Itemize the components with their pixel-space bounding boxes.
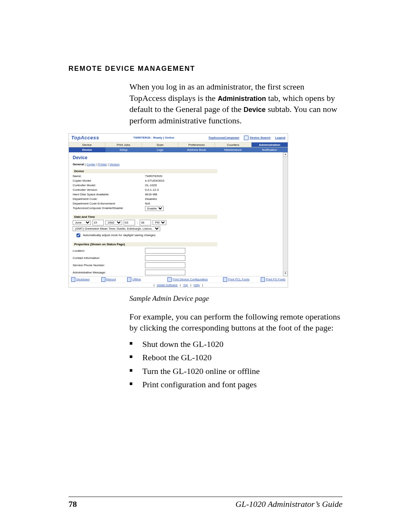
device-search-group: Device Search (244, 136, 271, 140)
subtab-maintenance[interactable]: Maintenance (215, 147, 251, 152)
location-label: Location: (73, 249, 145, 252)
row-dept-enforce: Department Code Enforcement:N/A (73, 201, 284, 206)
figure-caption: Sample Admin Device page (129, 294, 342, 303)
list-item: Print configuration and font pages (129, 378, 342, 391)
shutdown-icon (71, 277, 75, 282)
print-ps-icon (261, 277, 265, 282)
section-heading: REMOTE DEVICE MANAGEMENT (68, 65, 342, 73)
link-logout[interactable]: Logout (275, 136, 285, 139)
shutdown-button[interactable]: Shutdown (71, 277, 90, 282)
print-config-icon (167, 277, 172, 282)
link-top[interactable]: Top (182, 283, 190, 287)
list-item: Reboot the GL-1020 (129, 351, 342, 364)
subtab-notification[interactable]: Notification (251, 147, 288, 152)
daylight-label: Automatically adjust clock for daylight … (83, 233, 156, 237)
daylight-row: Automatically adjust clock for daylight … (75, 232, 284, 238)
row-name: Name:TWRITER20 (73, 174, 284, 179)
hdd-label: Hard Disk Space Available: (73, 192, 145, 197)
scrollbar[interactable]: ▴ ▾ (283, 152, 288, 276)
contact-input[interactable] (145, 255, 185, 261)
footer-nav: | Install Software | Top | Help | (69, 283, 288, 287)
deptenf-label: Department Code Enforcement: (73, 201, 145, 206)
row-controller-model: Controller Model:GL-1020 (73, 183, 284, 188)
tab-scan[interactable]: Scan (142, 142, 178, 147)
body-title: Device (73, 155, 284, 160)
link-composer[interactable]: TopAccessComposer (209, 136, 240, 139)
post-paragraph: For example, you can perform the followi… (129, 311, 342, 334)
link-help[interactable]: Help (192, 283, 201, 287)
section-properties: Properties (Shown on Status Page) (73, 242, 217, 246)
page-title: GL-1020 Administrator’s Guide (77, 499, 342, 509)
intro-bold-device: Device (244, 106, 266, 113)
screenshot: TopAccess TWRITER20 : Ready | Online Top… (68, 133, 288, 288)
print-ps-button[interactable]: Print PS Fonts (261, 277, 285, 282)
status-text: TWRITER20 : Ready | Online (99, 136, 208, 139)
ctrl-value: GL-1020 (145, 183, 157, 188)
footer-actions: Shutdown Reboot Offline Print Device Con… (69, 276, 288, 283)
row-contact: Contact Information: (73, 255, 284, 261)
subtab-address-book[interactable]: Address Book (178, 147, 215, 152)
offline-button[interactable]: Offline (127, 277, 141, 282)
subtabs-row: Device Setup Logs Address Book Maintenan… (69, 147, 288, 152)
nav-version[interactable]: Version (110, 163, 120, 166)
reboot-button[interactable]: Reboot (101, 277, 116, 282)
scroll-down-icon[interactable]: ▾ (283, 272, 288, 276)
list-item: Shut down the GL-1020 (129, 337, 342, 351)
subtab-setup[interactable]: Setup (105, 147, 142, 152)
nav-general[interactable]: General (73, 163, 84, 166)
year-select[interactable]: 2002 (105, 220, 122, 225)
tab-preferences[interactable]: Preferences (178, 142, 215, 147)
month-select[interactable]: June (73, 220, 91, 225)
page-number: 78 (68, 499, 77, 509)
row-admin-msg: Administrative Message: (73, 270, 284, 275)
nav-copier[interactable]: Copier (86, 163, 96, 166)
list-item: Turn the GL-1020 online or offline (129, 364, 342, 378)
tab-administration[interactable]: Administration (252, 142, 288, 147)
admin-msg-input[interactable] (145, 270, 185, 275)
subtab-logs[interactable]: Logs (142, 147, 178, 152)
link-install-software[interactable]: Install Software (155, 283, 179, 287)
phone-label: Service Phone Number: (73, 264, 145, 267)
phone-input[interactable] (145, 262, 185, 268)
tac-select[interactable]: Enable (145, 206, 164, 211)
tabs-row: Device Print Jobs Scan Preferences Count… (69, 142, 288, 147)
minute-input[interactable] (140, 220, 151, 225)
print-config-button[interactable]: Print Device Configuration (167, 277, 208, 282)
logo: TopAccess (71, 135, 99, 141)
tab-device[interactable]: Device (69, 142, 105, 147)
section-device: Device (73, 169, 217, 173)
reboot-icon (101, 277, 105, 282)
time-colon: : (137, 221, 138, 224)
date-row: June 2002 : PM (73, 220, 284, 225)
tab-print-jobs[interactable]: Print Jobs (105, 142, 142, 147)
nav-printer[interactable]: Printer (98, 163, 107, 166)
print-pcl-button[interactable]: Print PCL Fonts (223, 277, 249, 282)
ampm-select[interactable]: PM (153, 220, 166, 225)
deptenf-value: N/A (145, 201, 150, 206)
row-copier-model: Copier Model:e-STUDIO810 (73, 179, 284, 183)
name-value: TWRITER20 (145, 174, 162, 179)
print-pcl-icon (223, 277, 227, 282)
row-tac-enable: TopAccessComposer Enable/Disable: Enable (73, 206, 284, 211)
scroll-up-icon[interactable]: ▴ (283, 152, 288, 157)
app-header: TopAccess TWRITER20 : Ready | Online Top… (69, 134, 288, 142)
hour-input[interactable] (124, 220, 135, 225)
copier-value: e-STUDIO810 (145, 179, 164, 183)
tac-label: TopAccessComposer Enable/Disable: (73, 206, 145, 211)
location-input[interactable] (145, 248, 185, 254)
tab-counters[interactable]: Counters (215, 142, 252, 147)
dept-value: Disabled (145, 197, 157, 201)
day-input[interactable] (92, 220, 104, 225)
subtab-device[interactable]: Device (69, 147, 105, 152)
tz-select[interactable]: (GMT) Greenwich Mean Time: Dublin, Edinb… (73, 226, 160, 231)
intro-paragraph: When you log in as an administrator, the… (129, 81, 342, 126)
intro-bold-admin: Administration (218, 95, 266, 102)
ctrl-label: Controller Model: (73, 183, 145, 188)
ver-label: Controller Version: (73, 188, 145, 192)
document-page: REMOTE DEVICE MANAGEMENT When you log in… (0, 0, 411, 532)
daylight-checkbox[interactable] (76, 233, 80, 237)
body-nav: General | Copier | Printer | Version (73, 163, 284, 166)
link-device-search[interactable]: Device Search (250, 136, 271, 139)
page-footer: 78 GL-1020 Administrator’s Guide (68, 497, 342, 509)
admin-msg-label: Administrative Message: (73, 271, 145, 274)
